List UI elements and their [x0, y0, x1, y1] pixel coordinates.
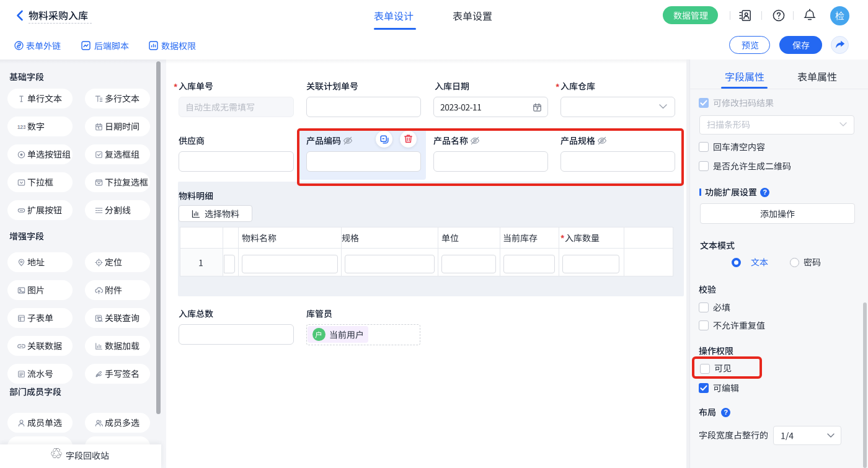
svg-text:123: 123: [17, 124, 25, 130]
